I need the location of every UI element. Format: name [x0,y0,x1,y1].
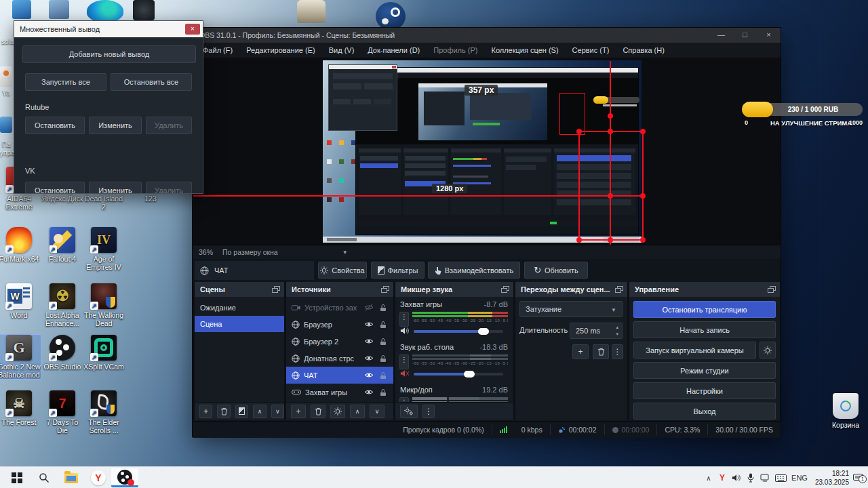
lock-icon[interactable] [380,304,387,312]
speaker-muted-icon[interactable] [400,369,410,378]
selection-handle[interactable] [608,113,613,119]
tray-microphone-icon[interactable] [745,471,757,485]
vk-delete-button[interactable]: Удалить [146,182,192,194]
menu-tools[interactable]: Сервис (T) [566,43,616,58]
mixer-channel-menu-button[interactable]: ⋮ [399,354,409,369]
lock-icon[interactable] [380,388,387,396]
desktop-icon-walking-dead[interactable]: ↗ The Walking Dead [82,283,125,327]
menu-help[interactable]: Справка (H) [616,43,670,58]
rutube-delete-button[interactable]: Удалить [146,117,192,134]
eye-off-icon[interactable] [364,304,374,311]
mixer-header[interactable]: Микшер звука [395,282,513,297]
source-up-button[interactable]: ∧ [350,405,365,418]
chat-dock[interactable]: ЧАТ [195,261,314,280]
selection-rect-right[interactable] [642,131,644,241]
interact-button[interactable]: Взаимодействовать [428,262,520,279]
add-source-button[interactable]: + [291,405,306,418]
eye-icon[interactable] [364,338,374,345]
volume-slider[interactable] [414,330,503,333]
partial-desktop-icon[interactable] [133,0,155,20]
minimize-button[interactable]: — [709,28,733,43]
desktop-icon-age-of-empires-iv[interactable]: IV↗ Age of Empires IV [82,227,125,271]
selection-handle[interactable] [640,193,646,199]
zoom-dropdown-caret-icon[interactable]: ▼ [342,249,348,256]
horse-desktop-icon[interactable] [297,0,326,23]
eye-icon[interactable] [364,371,374,379]
search-button[interactable] [33,468,56,487]
popout-icon[interactable] [381,286,389,293]
partial-desktop-icon[interactable] [0,66,12,87]
partial-desktop-icon[interactable] [49,0,69,19]
speaker-icon[interactable] [400,327,410,335]
properties-button[interactable]: Свойства [318,262,367,279]
desktop-icon-elder-scrolls[interactable]: ↗ The Elder Scrolls ... [82,390,125,434]
tray-keyboard-icon[interactable] [773,471,788,485]
popout-icon[interactable] [501,286,509,293]
desktop-icon-fallout-4[interactable]: ↗ Fallout 4 [41,227,84,263]
desktop-icon-gothic-2[interactable]: G↗ Gothic 2 New Balance mod [0,335,41,379]
add-transition-button[interactable]: + [572,344,589,359]
exit-button[interactable]: Выход [633,403,776,420]
volume-slider[interactable] [414,373,503,375]
obs-titlebar[interactable]: OBS 31.0.1 - Профиль: Безымянный - Сцены… [193,28,781,43]
desktop-icon-recycle-bin[interactable]: Корзина [824,393,867,429]
vk-edit-button[interactable]: Изменить [89,182,142,194]
partial-desktop-icon[interactable] [12,0,31,19]
file-explorer-button[interactable] [60,468,83,487]
vk-stop-button[interactable]: Остановить [25,182,85,194]
selection-handle[interactable] [640,237,646,243]
source-item[interactable]: Устройство зах [286,299,393,316]
spin-up-icon[interactable]: ▴ [616,325,618,329]
selection-horizontal-line[interactable] [193,195,643,197]
selection-handle[interactable] [608,193,613,199]
studio-mode-button[interactable]: Режим студии [633,362,776,379]
mixer-settings-button[interactable] [400,405,418,418]
menu-profile[interactable]: Профиль (P) [427,43,484,58]
source-item[interactable]: Захват игры [286,384,393,401]
desktop-icon-word[interactable]: W ↗ Word [0,283,41,319]
mixer-menu-button[interactable]: ⋮ [422,405,435,418]
start-button[interactable] [5,468,28,487]
steam-icon[interactable] [376,2,406,30]
obs-preview-canvas[interactable]: 357 px 1280 px [193,58,781,245]
start-virtual-camera-button[interactable]: Запуск виртуальной камеры [633,342,756,359]
transition-menu-button[interactable]: ⋮ [612,344,623,359]
tray-yandex-icon[interactable]: Y [716,471,728,485]
maximize-button[interactable]: □ [733,28,757,43]
refresh-button[interactable]: ↻ Обновить [524,262,588,279]
eye-icon[interactable] [364,321,374,328]
scene-down-button[interactable]: ∨ [271,405,284,418]
transition-select[interactable]: Затухание ▼ [519,301,623,317]
controls-header[interactable]: Управление [629,282,780,297]
eye-icon[interactable] [364,388,374,396]
rutube-stop-button[interactable]: Остановить [25,117,85,134]
desktop-icon-obs-studio[interactable]: ↗ OBS Studio [41,335,84,371]
selection-handle[interactable] [576,237,582,243]
selection-rect-left[interactable] [578,131,580,241]
volume-slider-knob[interactable] [464,371,475,378]
remove-transition-button[interactable] [593,344,609,359]
settings-button[interactable]: Настройки [633,382,776,399]
remove-source-button[interactable] [311,405,326,418]
lock-icon[interactable] [380,338,387,346]
remove-scene-button[interactable] [217,405,230,418]
menu-docks[interactable]: Док-панели (D) [361,43,426,58]
scene-item[interactable]: Ожидание [195,300,284,316]
lock-icon[interactable] [380,321,387,329]
desktop-icon-7-days-to-die[interactable]: 7↗ 7 Days To Die [41,390,84,434]
source-item[interactable]: Браузер 2 [286,333,393,350]
eye-icon[interactable] [364,354,374,362]
obs-taskbar-button[interactable] [111,468,138,487]
start-recording-button[interactable]: Начать запись [633,321,776,338]
filters-button[interactable]: Фильтры [371,262,425,279]
add-output-button[interactable]: Добавить новый вывод [22,45,196,63]
dialog-titlebar[interactable]: Множественный вывод [14,21,203,37]
scene-filters-button[interactable] [235,405,248,418]
tray-network-icon[interactable] [758,471,772,485]
start-all-button[interactable]: Запустить все [25,73,106,91]
selection-handle[interactable] [608,237,613,243]
desktop-icon-the-forest[interactable]: ☠↗ The Forest [0,390,41,426]
tray-language[interactable]: ENG [789,471,810,485]
notification-center-button[interactable]: 1 [850,471,865,485]
mixer-channel-menu-button[interactable]: ⋮ [399,312,409,327]
